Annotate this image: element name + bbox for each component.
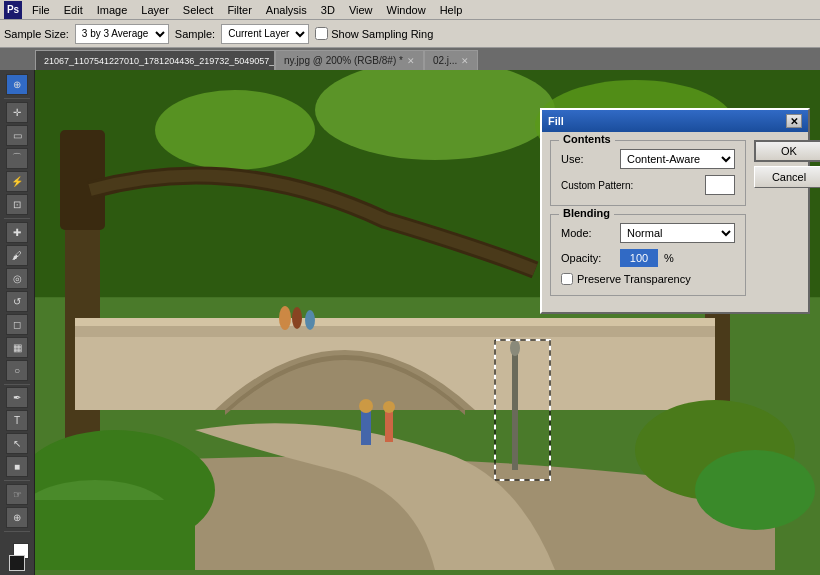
custom-pattern-swatch[interactable]: [705, 175, 735, 195]
use-select[interactable]: Content-Aware Foreground Color Backgroun…: [620, 149, 735, 169]
tab-active-label: 21067_1107541227010_1781204436_219732_50…: [44, 56, 275, 66]
foreground-color-swatch[interactable]: [9, 555, 25, 571]
svg-point-2: [155, 90, 315, 170]
opacity-row: Opacity: 100 %: [561, 249, 735, 267]
tool-dodge[interactable]: ○: [6, 360, 28, 381]
ok-button[interactable]: OK: [754, 140, 820, 162]
tab-ny-close[interactable]: ✕: [407, 56, 415, 66]
tab-02[interactable]: 02.j... ✕: [424, 50, 478, 70]
mode-select[interactable]: Normal Dissolve Darken Multiply Color Bu…: [620, 223, 735, 243]
menu-analysis[interactable]: Analysis: [260, 3, 313, 17]
sample-select[interactable]: Current Layer: [221, 24, 309, 44]
dialog-content: Contents Use: Content-Aware Foreground C…: [542, 132, 808, 312]
tab-ny[interactable]: ny.jpg @ 200% (RGB/8#) * ✕: [275, 50, 424, 70]
sample-size-label: Sample Size:: [4, 28, 69, 40]
tool-marquee[interactable]: ▭: [6, 125, 28, 146]
show-sampling-ring-control: Show Sampling Ring: [315, 27, 433, 40]
contents-section: Contents Use: Content-Aware Foreground C…: [550, 140, 746, 206]
menu-select[interactable]: Select: [177, 3, 220, 17]
tab-02-close[interactable]: ✕: [461, 56, 469, 66]
svg-point-13: [305, 310, 315, 330]
mode-label: Mode:: [561, 227, 616, 239]
menu-items: File Edit Image Layer Select Filter Anal…: [26, 3, 468, 17]
app-icon-label: Ps: [7, 4, 19, 15]
tool-lasso[interactable]: ⌒: [6, 148, 28, 169]
opacity-input[interactable]: 100: [620, 249, 658, 267]
tool-pen[interactable]: ✒: [6, 387, 28, 408]
dialog-close-button[interactable]: ✕: [786, 114, 802, 128]
menu-file[interactable]: File: [26, 3, 56, 17]
tool-separator-2: [4, 218, 30, 219]
svg-rect-19: [512, 350, 518, 470]
menu-image[interactable]: Image: [91, 3, 134, 17]
tool-brush[interactable]: 🖌: [6, 245, 28, 266]
fg-bg-colors: [9, 539, 25, 571]
tool-separator-3: [4, 384, 30, 385]
use-row: Use: Content-Aware Foreground Color Back…: [561, 149, 735, 169]
tab-02-label: 02.j...: [433, 55, 457, 66]
opacity-unit: %: [664, 252, 674, 264]
tool-eraser[interactable]: ◻: [6, 314, 28, 335]
tool-eyedropper[interactable]: ⊕: [6, 74, 28, 95]
tool-clone[interactable]: ◎: [6, 268, 28, 289]
dialog-title: Fill: [548, 115, 564, 127]
tool-history[interactable]: ↺: [6, 291, 28, 312]
preserve-transparency-label: Preserve Transparency: [577, 273, 691, 285]
use-label: Use:: [561, 153, 616, 165]
menu-view[interactable]: View: [343, 3, 379, 17]
tab-ny-label: ny.jpg @ 200% (RGB/8#) *: [284, 55, 403, 66]
svg-point-20: [510, 340, 520, 356]
tool-separator-5: [4, 531, 30, 532]
svg-point-24: [383, 401, 395, 413]
svg-point-11: [279, 306, 291, 330]
menu-help[interactable]: Help: [434, 3, 469, 17]
preserve-transparency-row: Preserve Transparency: [561, 273, 735, 285]
contents-section-title: Contents: [559, 133, 615, 145]
tab-active[interactable]: 21067_1107541227010_1781204436_219732_50…: [35, 50, 275, 70]
preserve-transparency-checkbox[interactable]: [561, 273, 573, 285]
tool-crop[interactable]: ⊡: [6, 194, 28, 215]
tool-zoom[interactable]: ⊕: [6, 507, 28, 528]
tool-hand[interactable]: ☞: [6, 484, 28, 505]
cancel-button[interactable]: Cancel: [754, 166, 820, 188]
svg-point-18: [695, 450, 815, 530]
canvas-area[interactable]: Fill ✕ Contents Use: Content-Aware Foreg…: [35, 70, 820, 575]
svg-rect-16: [35, 500, 195, 570]
dialog-titlebar: Fill ✕: [542, 110, 808, 132]
sample-label: Sample:: [175, 28, 215, 40]
svg-rect-23: [385, 410, 393, 442]
tool-shape[interactable]: ■: [6, 456, 28, 477]
svg-rect-9: [75, 325, 715, 337]
menu-3d[interactable]: 3D: [315, 3, 341, 17]
tool-quick-select[interactable]: ⚡: [6, 171, 28, 192]
show-sampling-ring-label: Show Sampling Ring: [331, 28, 433, 40]
sample-size-select[interactable]: 3 by 3 Average: [75, 24, 169, 44]
blending-section: Blending Mode: Normal Dissolve Darken Mu…: [550, 214, 746, 296]
main-area: ⊕ ✛ ▭ ⌒ ⚡ ⊡ ✚ 🖌 ◎ ↺ ◻ ▦ ○ ✒ T ↖ ■ ☞ ⊕: [0, 70, 820, 575]
menu-edit[interactable]: Edit: [58, 3, 89, 17]
svg-rect-10: [75, 318, 715, 326]
svg-rect-21: [361, 410, 371, 445]
app-icon: Ps: [4, 1, 22, 19]
dialog-buttons: OK Cancel: [754, 132, 820, 312]
tool-path-select[interactable]: ↖: [6, 433, 28, 454]
menu-layer[interactable]: Layer: [135, 3, 175, 17]
menu-window[interactable]: Window: [381, 3, 432, 17]
show-sampling-ring-checkbox[interactable]: [315, 27, 328, 40]
tool-type[interactable]: T: [6, 410, 28, 431]
tool-move[interactable]: ✛: [6, 102, 28, 123]
dialog-left: Contents Use: Content-Aware Foreground C…: [542, 132, 754, 312]
tabs-bar: 21067_1107541227010_1781204436_219732_50…: [0, 48, 820, 70]
custom-pattern-row: Custom Pattern:: [561, 175, 735, 195]
custom-pattern-label: Custom Pattern:: [561, 180, 641, 191]
left-toolbar: ⊕ ✛ ▭ ⌒ ⚡ ⊡ ✚ 🖌 ◎ ↺ ◻ ▦ ○ ✒ T ↖ ■ ☞ ⊕: [0, 70, 35, 575]
opacity-label: Opacity:: [561, 252, 616, 264]
tool-gradient[interactable]: ▦: [6, 337, 28, 358]
tool-healing[interactable]: ✚: [6, 222, 28, 243]
menu-filter[interactable]: Filter: [221, 3, 257, 17]
tool-separator-1: [4, 98, 30, 99]
blending-section-title: Blending: [559, 207, 614, 219]
tool-separator-4: [4, 480, 30, 481]
svg-point-22: [359, 399, 373, 413]
mode-row: Mode: Normal Dissolve Darken Multiply Co…: [561, 223, 735, 243]
